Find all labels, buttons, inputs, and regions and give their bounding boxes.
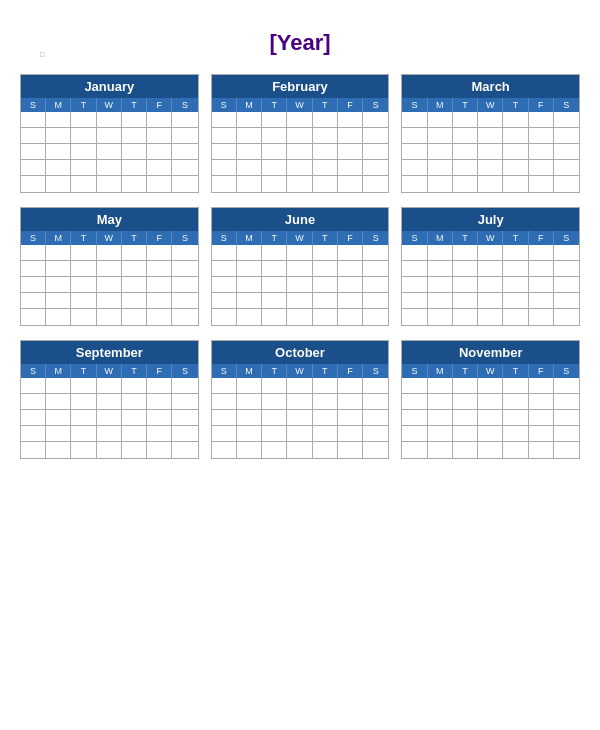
day-cell <box>402 176 427 192</box>
day-cell <box>287 144 312 160</box>
day-cell <box>338 293 363 309</box>
day-label: T <box>262 231 287 245</box>
day-cell <box>212 160 237 176</box>
day-cell <box>453 128 478 144</box>
day-cell <box>363 442 388 458</box>
day-cell <box>338 277 363 293</box>
day-label: F <box>529 98 554 112</box>
day-cell <box>478 245 503 261</box>
day-cell <box>46 176 71 192</box>
day-cell <box>402 277 427 293</box>
day-cell <box>46 293 71 309</box>
day-cell <box>338 128 363 144</box>
day-cell <box>313 309 338 325</box>
day-cell <box>46 112 71 128</box>
day-cell <box>237 426 262 442</box>
day-label: W <box>97 231 122 245</box>
day-label: S <box>172 98 197 112</box>
day-cell <box>478 176 503 192</box>
day-cell <box>262 378 287 394</box>
day-cell <box>529 277 554 293</box>
month-header-february: February <box>212 75 389 98</box>
day-cell <box>313 442 338 458</box>
day-cell <box>122 261 147 277</box>
day-cell <box>172 309 197 325</box>
day-cell <box>529 378 554 394</box>
calendar-october: OctoberSMTWTFS <box>211 340 390 459</box>
day-label: S <box>402 98 427 112</box>
day-cell <box>478 309 503 325</box>
day-cell <box>478 261 503 277</box>
day-cell <box>122 128 147 144</box>
day-label: S <box>21 364 46 378</box>
day-cell <box>237 293 262 309</box>
day-cell <box>554 261 579 277</box>
day-cell <box>21 293 46 309</box>
day-cell <box>71 128 96 144</box>
day-cell <box>21 144 46 160</box>
day-cell <box>97 426 122 442</box>
month-header-january: January <box>21 75 198 98</box>
day-cell <box>313 378 338 394</box>
day-cell <box>21 261 46 277</box>
month-header-march: March <box>402 75 579 98</box>
day-cell <box>262 176 287 192</box>
day-cell <box>503 426 528 442</box>
day-cell <box>503 309 528 325</box>
day-cell <box>147 261 172 277</box>
day-label: F <box>338 364 363 378</box>
day-cell <box>338 112 363 128</box>
day-cell <box>428 176 453 192</box>
day-cell <box>237 128 262 144</box>
day-cell <box>262 442 287 458</box>
day-cell <box>428 442 453 458</box>
day-cell <box>313 176 338 192</box>
day-cell <box>21 176 46 192</box>
day-label: S <box>21 231 46 245</box>
day-cell <box>363 112 388 128</box>
day-label: T <box>71 98 96 112</box>
day-cell <box>363 378 388 394</box>
day-cell <box>237 277 262 293</box>
day-cell <box>453 277 478 293</box>
day-label: M <box>237 364 262 378</box>
day-cell <box>402 112 427 128</box>
day-cell <box>46 277 71 293</box>
day-cell <box>237 176 262 192</box>
day-cell <box>363 245 388 261</box>
day-cell <box>172 426 197 442</box>
day-cell <box>313 112 338 128</box>
day-cell <box>554 309 579 325</box>
day-cell <box>122 112 147 128</box>
day-cell <box>478 378 503 394</box>
day-cell <box>363 394 388 410</box>
day-cell <box>503 128 528 144</box>
day-cell <box>287 128 312 144</box>
day-cell <box>363 176 388 192</box>
day-cell <box>453 394 478 410</box>
day-cell <box>554 277 579 293</box>
day-cell <box>428 410 453 426</box>
day-cell <box>122 442 147 458</box>
day-cell <box>147 128 172 144</box>
day-cell <box>122 245 147 261</box>
day-cell <box>287 277 312 293</box>
day-cell <box>147 442 172 458</box>
month-header-september: September <box>21 341 198 364</box>
day-label: T <box>503 231 528 245</box>
day-label: F <box>338 231 363 245</box>
day-cell <box>338 442 363 458</box>
day-cell <box>402 144 427 160</box>
day-label: M <box>428 231 453 245</box>
day-cell <box>313 394 338 410</box>
day-label: T <box>262 98 287 112</box>
day-cell <box>428 128 453 144</box>
day-label: F <box>147 364 172 378</box>
day-cell <box>554 245 579 261</box>
day-cell <box>428 293 453 309</box>
day-cell <box>554 144 579 160</box>
day-label: T <box>313 98 338 112</box>
day-cell <box>71 160 96 176</box>
day-label: W <box>287 364 312 378</box>
day-cell <box>428 112 453 128</box>
